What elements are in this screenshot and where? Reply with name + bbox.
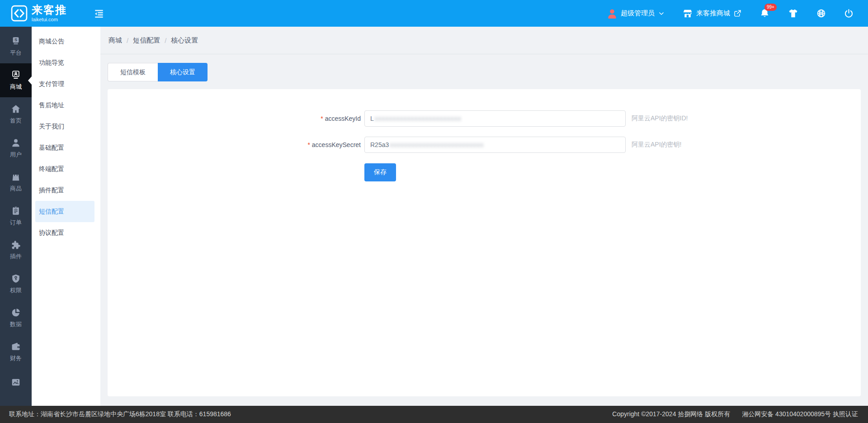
brand-logo[interactable]: 来客推 laiketui.com — [11, 5, 67, 22]
footer: 联系地址：湖南省长沙市岳麓区绿地中央广场6栋2018室 联系电话：6159816… — [0, 406, 868, 423]
rail-item-mall[interactable]: 商城 — [0, 63, 32, 97]
brand-name: 来客推 — [32, 5, 67, 15]
permission-icon — [11, 274, 21, 284]
notification-badge: 99+ — [764, 4, 777, 11]
plugin-icon — [11, 240, 21, 250]
icon-rail: S 平台 商城 首页 用户 商品 — [0, 27, 32, 423]
rail-item-user[interactable]: 用户 — [0, 131, 32, 165]
notifications-bell-icon[interactable]: 99+ — [760, 8, 770, 19]
shop-front-link[interactable]: 来客推商城 — [683, 9, 741, 19]
rail-item-data[interactable]: 数据 — [0, 301, 32, 335]
rail-item-order[interactable]: 订单 — [0, 199, 32, 233]
external-link-icon — [734, 10, 741, 17]
main-content: 商城 / 短信配置 / 核心设置 短信模板 核心设置 *accessKeyId … — [100, 27, 868, 406]
tab-bar: 短信模板 核心设置 — [108, 63, 208, 81]
submenu-item-protocol-config[interactable]: 协议配置 — [32, 222, 100, 243]
user-menu[interactable]: 超级管理员 — [607, 8, 665, 19]
rail-item-album[interactable] — [0, 369, 32, 396]
submenu-item-feature-guide[interactable]: 功能导览 — [32, 52, 100, 73]
rail-item-plugin[interactable]: 插件 — [0, 233, 32, 267]
form-row-access-key-id: *accessKeyId Lxxxxxxxxxxxxxxxxxxxxxxxx 阿… — [108, 110, 861, 127]
user-icon — [11, 138, 21, 148]
save-button[interactable]: 保存 — [364, 163, 396, 181]
submenu-item-aftersale-address[interactable]: 售后地址 — [32, 95, 100, 116]
language-globe-icon[interactable] — [816, 9, 826, 18]
submenu-item-basic-config[interactable]: 基础配置 — [32, 137, 100, 158]
breadcrumb-mall[interactable]: 商城 — [108, 36, 122, 45]
submenu-item-mall-notice[interactable]: 商城公告 — [32, 31, 100, 52]
brand-domain: laiketui.com — [32, 17, 67, 22]
brand-logo-icon — [11, 5, 28, 22]
order-icon — [11, 206, 21, 216]
masked-value: xxxxxxxxxxxxxxxxxxxxxxxx — [375, 115, 462, 122]
settings-panel: *accessKeyId Lxxxxxxxxxxxxxxxxxxxxxxxx 阿… — [108, 89, 861, 396]
breadcrumb-separator: / — [127, 37, 128, 44]
rail-item-goods[interactable]: 商品 — [0, 165, 32, 199]
footer-contact: 联系地址：湖南省长沙市岳麓区绿地中央广场6栋2018室 联系电话：6159816… — [0, 410, 231, 418]
breadcrumb-core-settings[interactable]: 核心设置 — [171, 36, 198, 45]
goods-icon — [11, 172, 21, 182]
required-asterisk: * — [321, 115, 323, 122]
rail-item-finance[interactable]: 财务 — [0, 335, 32, 369]
finance-icon — [11, 342, 21, 352]
submenu-item-sms-config[interactable]: 短信配置 — [35, 201, 94, 222]
shop-front-label: 来客推商城 — [696, 9, 730, 18]
sidebar-collapse-icon[interactable] — [93, 8, 105, 19]
tab-sms-template[interactable]: 短信模板 — [108, 63, 158, 81]
user-name: 超级管理员 — [621, 9, 655, 18]
access-key-secret-label: *accessKeySecret — [108, 141, 361, 148]
footer-police-record[interactable]: 湘公网安备 43010402000895号 执照认证 — [742, 410, 858, 418]
submenu-item-payment[interactable]: 支付管理 — [32, 73, 100, 95]
footer-copyright: Copyright ©2017-2024 拾捌网络 版权所有 — [612, 410, 730, 418]
submenu-item-about-us[interactable]: 关于我们 — [32, 116, 100, 137]
breadcrumb-sms-config[interactable]: 短信配置 — [133, 36, 160, 45]
chevron-down-icon — [658, 10, 665, 17]
access-key-secret-input[interactable]: R25a3xxxxxxxxxxxxxxxxxxxxxxxxxx — [364, 137, 626, 153]
access-key-id-label: *accessKeyId — [108, 115, 361, 122]
logout-power-icon[interactable] — [844, 9, 854, 18]
home-icon — [11, 104, 21, 114]
submenu-item-terminal-config[interactable]: 终端配置 — [32, 158, 100, 180]
required-asterisk: * — [307, 141, 310, 148]
form-row-access-key-secret: *accessKeySecret R25a3xxxxxxxxxxxxxxxxxx… — [108, 137, 861, 153]
data-icon — [11, 308, 21, 318]
storefront-icon — [683, 9, 693, 19]
album-icon — [11, 377, 21, 387]
topbar: 来客推 laiketui.com 超级管理员 — [0, 0, 868, 27]
tab-core-settings[interactable]: 核心设置 — [158, 63, 208, 81]
rail-item-permission[interactable]: 权限 — [0, 267, 32, 301]
access-key-secret-hint: 阿里云API的密钥! — [632, 141, 681, 149]
access-key-id-hint: 阿里云API的密钥ID! — [632, 114, 688, 123]
breadcrumb-separator: / — [165, 37, 166, 44]
platform-icon: S — [11, 36, 21, 46]
submenu-item-plugin-config[interactable]: 插件配置 — [32, 180, 100, 201]
avatar-icon — [607, 8, 617, 19]
rail-item-home[interactable]: 首页 — [0, 97, 32, 131]
masked-value: xxxxxxxxxxxxxxxxxxxxxxxxxx — [390, 141, 484, 148]
svg-text:S: S — [14, 38, 17, 42]
shop-decoration-icon[interactable] — [788, 8, 798, 19]
rail-item-platform[interactable]: S 平台 — [0, 29, 32, 63]
breadcrumb: 商城 / 短信配置 / 核心设置 — [100, 27, 868, 54]
access-key-id-input[interactable]: Lxxxxxxxxxxxxxxxxxxxxxxxx — [364, 110, 626, 127]
submenu: 商城公告 功能导览 支付管理 售后地址 关于我们 基础配置 终端配置 插件配置 … — [32, 27, 100, 423]
mall-icon — [11, 70, 21, 80]
